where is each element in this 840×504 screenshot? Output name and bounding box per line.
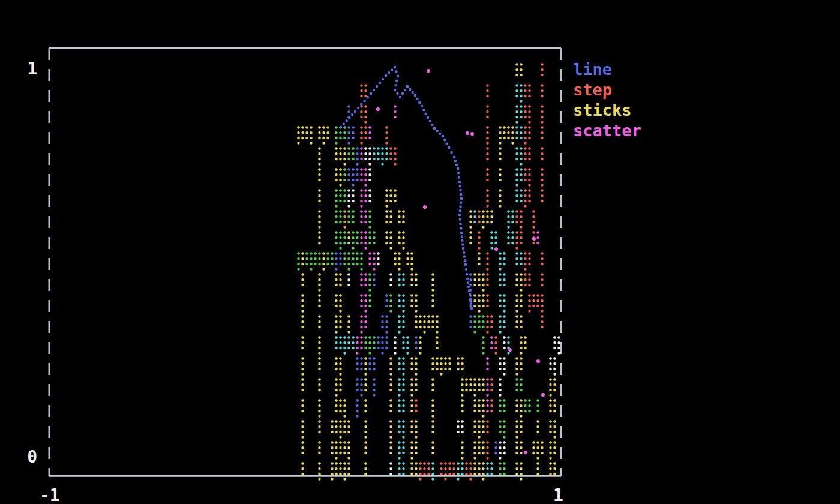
plot-dots	[297, 63, 560, 481]
y-axis-tick-top: 1	[17, 61, 37, 77]
y-axis-tick-bottom: 0	[17, 449, 37, 466]
legend: linestepsticksscatter	[573, 59, 641, 141]
legend-item-sticks: sticks	[573, 100, 641, 121]
legend-item-scatter: scatter	[573, 121, 641, 141]
terminal-screen: 1 0 -1 1 linestepsticksscatter	[0, 0, 840, 504]
x-axis-tick-left: -1	[40, 487, 60, 504]
plot-canvas	[0, 0, 840, 504]
legend-item-step: step	[573, 80, 641, 100]
legend-item-line: line	[573, 59, 641, 80]
x-axis-tick-right: 1	[553, 487, 563, 504]
